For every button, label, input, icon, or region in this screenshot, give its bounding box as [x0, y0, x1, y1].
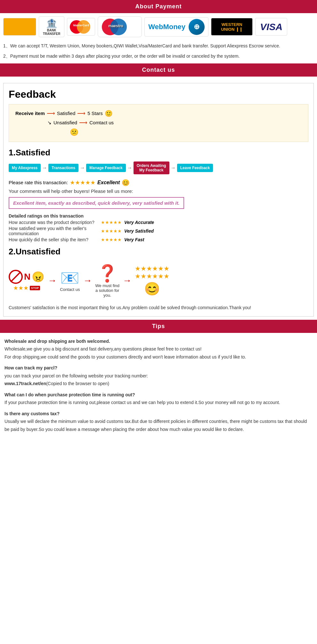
tips-bold-2: How can track my parcl? — [4, 365, 57, 370]
frown-icon: 😕 — [70, 128, 78, 136]
payment-section: Q QIWI WALLET 🏦 BANKTRANSFER MasterCard — [0, 13, 317, 63]
tips-text-2a: you can track your parcel on the followi… — [4, 373, 148, 378]
tips-item-1: Wholesale and drop shipping are both wel… — [4, 337, 313, 361]
tips-title: Tips — [0, 320, 317, 333]
rating-row-2: How satisfied were you with the seller's… — [9, 226, 308, 236]
tips-bold-3: What can I do when purchase protection t… — [4, 392, 135, 397]
contact-flow-label: Comtact us — [89, 120, 114, 125]
arrow2: ⟶ — [77, 110, 85, 117]
rating-label-2: How satisfied were you with the seller's… — [9, 226, 98, 236]
feedback-flow-box: Receive item ⟶ Satisfied ⟶ 5 Stars 🙂 ↘ U… — [9, 104, 308, 142]
satisfied-section-title: 1.Satisfied — [9, 148, 308, 158]
five-stars-label: 5 Stars — [87, 111, 103, 116]
tips-tracking-url: www.17track.net/en — [4, 381, 46, 386]
unsat-arrow1: → — [48, 276, 57, 286]
rate-label: Please rate this transaction: — [9, 180, 68, 185]
rating-row-3: How quickly did the seller ship the item… — [9, 237, 308, 242]
rate-stars: ★★★★★ — [70, 179, 95, 186]
tips-tracking-note: (Copied to the browser to open) — [46, 381, 109, 386]
unsat-arrow2: → — [83, 276, 92, 286]
payment-text2: 2、Payment must be made within 3 days aft… — [3, 53, 314, 60]
visa-logo: VISA — [255, 18, 287, 36]
feedback-title: Feedback — [9, 88, 308, 100]
rate-smiley: 😊 — [122, 179, 130, 186]
western-union-logo: WESTERNUNION ❙❙ — [211, 18, 253, 36]
tips-text-1: Wholesale,we give you a big discount and… — [4, 346, 246, 359]
step-arrow3: → — [127, 165, 132, 171]
tips-header: Tips — [0, 320, 317, 333]
comment-box: Excellent item, exactly as described, qu… — [9, 197, 184, 209]
ratings-header: Detailed ratings on this transaction — [9, 213, 308, 219]
flow-row-satisfied: Receive item ⟶ Satisfied ⟶ 5 Stars 🙂 — [15, 110, 302, 117]
payment-logos: Q QIWI WALLET 🏦 BANKTRANSFER MasterCard — [3, 16, 314, 37]
contact-label: Contact us — [60, 287, 80, 292]
receive-item-label: Receive item — [15, 111, 45, 116]
rating-desc-1: Very Accurate — [124, 220, 154, 225]
tips-text-4: Usually we will declare the minimum valu… — [4, 419, 307, 432]
tips-item-3: What can I do when purchase protection t… — [4, 391, 313, 407]
frown-face: 😠 — [32, 271, 45, 283]
qiwi-label1: QIWI — [19, 22, 33, 28]
final-stars-row1: ★★★★★★ — [135, 265, 169, 272]
contact-title: Contact us — [0, 63, 317, 77]
qiwi-icon: Q — [6, 21, 18, 33]
flow-arrow-down: ↘ — [47, 120, 52, 126]
step-transactions[interactable]: Transactions — [48, 164, 78, 172]
final-stars-row2: ★★★★★★ — [135, 272, 169, 280]
rating-desc-3: Very Fast — [124, 237, 144, 242]
contact-section: Feedback Receive item ⟶ Satisfied ⟶ 5 St… — [0, 77, 317, 320]
satisfaction-text: Customers' satisfaction is the most impo… — [9, 304, 308, 311]
unsat-arrow3: → — [123, 276, 132, 286]
feedback-box: Feedback Receive item ⟶ Satisfied ⟶ 5 St… — [3, 83, 314, 317]
payment-text1: 1、We can accept T/T, Western Union, Mone… — [3, 42, 314, 50]
maestro-logo: maestro — [98, 16, 142, 37]
webmoney-grid-icon: ⊕ — [194, 23, 199, 31]
mc-label: MasterCard — [73, 24, 89, 27]
step-manage-feedback[interactable]: Manage Feedback — [86, 164, 126, 172]
maestro-label: maestro — [108, 24, 123, 28]
step-leave-feedback[interactable]: Leave Feedback — [177, 164, 213, 172]
tips-bold-1: Wholesale and drop shipping are both wel… — [4, 339, 110, 344]
no-icon-group: N 😠 ★★★ STOP — [9, 270, 45, 292]
visa-text: VISA — [260, 21, 282, 32]
webmoney-logo: WebMoney ⊕ — [144, 17, 208, 37]
tips-item-4: Is there any customs tax? Usually we wil… — [4, 410, 313, 433]
step-arrow2: → — [80, 165, 85, 171]
low-stars: ★★★ — [13, 285, 28, 292]
payment-header: About Payment — [0, 0, 317, 13]
webmoney-container: WebMoney ⊕ — [148, 19, 205, 35]
webmoney-text: WebMoney — [148, 23, 185, 31]
bank-transfer-logo: 🏦 BANKTRANSFER — [39, 16, 64, 37]
flow-row-unsatisfied: ↘ Unsatisfied ⟶ Comtact us — [15, 119, 302, 126]
unsat-question-step: ❓ We must finda solution foryou. — [95, 264, 119, 298]
step-orders-awaiting[interactable]: Orders AwaitingMy Feedback — [134, 161, 169, 174]
frown-icon-row: 😕 — [70, 128, 302, 136]
question-mark-icon: ❓ — [97, 264, 118, 283]
steps-row: My Aliexpress → Transactions → Manage Fe… — [9, 161, 308, 174]
step-arrow1: → — [42, 165, 47, 171]
rating-stars-1: ★★★★★ — [101, 220, 122, 225]
unsat-happy-step: ★★★★★★ ★★★★★★ 😊 — [135, 265, 169, 296]
rating-label-1: How accurate was the product description… — [9, 220, 98, 225]
payment-title: About Payment — [0, 0, 317, 13]
mastercard-logo: MasterCard — [67, 18, 95, 36]
ratings-table: Detailed ratings on this transaction How… — [9, 213, 308, 242]
rating-desc-2: Very Satisfied — [124, 228, 154, 234]
satisfied-label: Satisfied — [57, 111, 76, 116]
stop-sign: STOP — [30, 286, 40, 290]
western-text: WESTERNUNION ❙❙ — [221, 22, 243, 32]
step-my-aliexpress[interactable]: My Aliexpress — [9, 164, 41, 172]
step-arrow4: → — [171, 165, 176, 171]
bank-text: BANKTRANSFER — [43, 29, 60, 36]
rating-label-3: How quickly did the seller ship the item… — [9, 237, 98, 242]
rating-stars-2: ★★★★★ — [101, 228, 122, 234]
low-stars-row: ★★★ STOP — [13, 285, 40, 292]
arrow1: ⟶ — [47, 110, 55, 117]
happy-face: 😊 — [144, 281, 160, 296]
unsat-email-step: 📧 Contact us — [60, 269, 80, 292]
qiwi-label2: WALLET — [19, 28, 33, 31]
webmoney-globe: ⊕ — [189, 19, 205, 35]
smile-icon: 🙂 — [105, 110, 113, 117]
tips-bold-4: Is there any customs tax? — [4, 411, 60, 416]
qiwi-logo: Q QIWI WALLET — [3, 18, 36, 36]
